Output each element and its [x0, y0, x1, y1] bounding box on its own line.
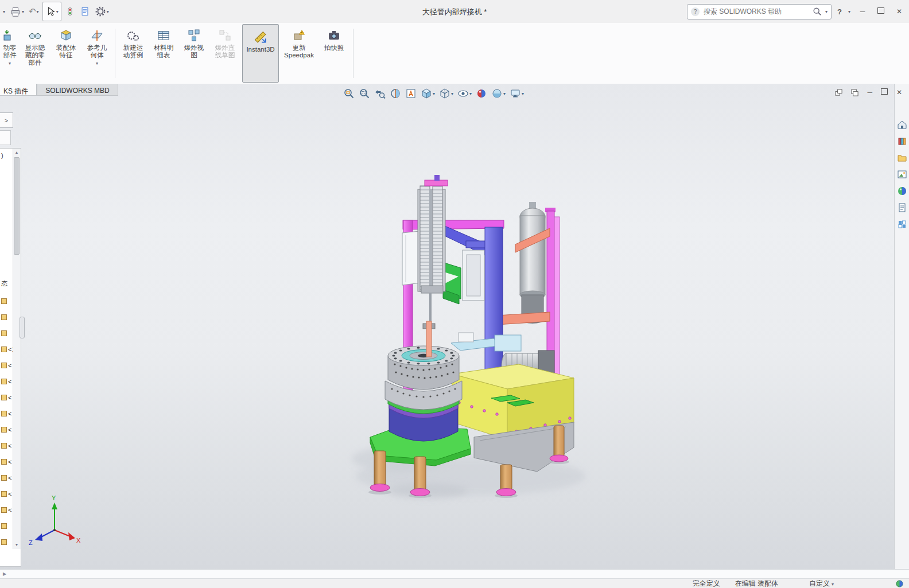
annotation-views-button[interactable] [405, 88, 417, 99]
ribbon-new-motion-study-button[interactable]: 新建运 动算例 [118, 23, 149, 84]
part-icon [1, 298, 7, 304]
print-button[interactable]: ▾ [9, 3, 25, 20]
tree-item[interactable]: < [1, 488, 11, 496]
close-button[interactable]: ✕ [893, 7, 906, 15]
rebuild-button[interactable] [64, 3, 76, 20]
panel-splitter-handle[interactable] [20, 317, 25, 338]
tree-item[interactable]: < [1, 408, 11, 416]
display-style-icon [439, 88, 450, 99]
part-icon [1, 395, 7, 400]
file-properties-button[interactable] [79, 3, 91, 20]
solidworks-resources-home-icon[interactable] [897, 119, 907, 130]
custom-properties-icon[interactable] [897, 203, 907, 213]
zoom-to-fit-icon [343, 88, 355, 99]
tree-item[interactable]: < [1, 392, 11, 400]
search-dropdown-arrow-icon[interactable]: ▾ [825, 9, 828, 14]
scroll-thumb[interactable] [14, 157, 20, 255]
ribbon-bill-of-materials-button[interactable]: 材料明 细表 [149, 23, 178, 84]
part-icon [1, 363, 7, 368]
tree-item[interactable]: < [1, 440, 11, 448]
feature-tree-expand-button[interactable]: > [0, 112, 13, 128]
help-circle-icon: ? [691, 7, 700, 16]
tab-solidworks-mbd[interactable]: SOLIDWORKS MBD [37, 84, 118, 96]
tree-item[interactable] [1, 311, 8, 320]
section-view-button[interactable] [390, 88, 401, 99]
tree-item[interactable]: < [1, 360, 11, 368]
minimize-button[interactable]: ─ [856, 7, 869, 15]
edit-appearance-button[interactable] [476, 88, 487, 99]
tree-item[interactable] [1, 520, 8, 528]
apply-scene-button[interactable]: ▾ [491, 88, 506, 99]
graphics-area[interactable]: Y X Z ▾ [0, 84, 909, 569]
linear-rails[interactable] [418, 175, 448, 329]
tree-fragment[interactable]: ) [1, 152, 3, 159]
tab-solidworks-addins[interactable]: KS 插件 [0, 84, 37, 96]
part-icon [1, 459, 7, 465]
tree-scrollbar[interactable]: ▲ ▼ [13, 149, 21, 549]
ribbon-assembly-features-button[interactable]: 装配体 特征 [50, 23, 81, 84]
zoom-to-fit-button[interactable] [343, 88, 355, 99]
appearances-scenes-icon[interactable] [897, 186, 907, 196]
window-cascade-icon[interactable] [851, 89, 858, 96]
status-globe-icon[interactable] [896, 580, 903, 587]
scroll-up-arrow-icon[interactable]: ▲ [13, 149, 20, 156]
tree-item[interactable]: < [1, 456, 11, 464]
doc-restore-button[interactable] [881, 88, 888, 96]
titlebar-right: ? ▾ ? ▾ ─ ✕ [687, 0, 906, 23]
ribbon-show-hidden-components-button[interactable]: 显示隐 藏的零 部件 [20, 23, 50, 84]
select-tool-button[interactable]: ▾ [42, 2, 61, 21]
tree-item[interactable] [1, 295, 8, 303]
tree-item[interactable]: < [1, 472, 11, 480]
help-button[interactable]: ? [837, 7, 842, 16]
view-orientation-button[interactable]: ▾ [421, 88, 435, 99]
tree-item[interactable]: < [1, 376, 11, 384]
ribbon-instant3d-button[interactable]: Instant3D [242, 24, 279, 83]
undo-button[interactable]: ↶ ▾ [28, 3, 40, 20]
commandmanager-tabrow: KS 插件 SOLIDWORKS MBD [0, 84, 118, 99]
air-tank[interactable] [520, 202, 545, 324]
orientation-triad[interactable]: Y X Z [29, 494, 81, 546]
view-settings-button[interactable]: ▾ [510, 88, 524, 99]
tree-item[interactable]: < [1, 504, 11, 512]
previous-view-icon [374, 88, 386, 99]
maximize-button[interactable] [875, 7, 887, 15]
new-dropdown-button[interactable]: ▾ [1, 3, 6, 20]
previous-view-button[interactable] [374, 88, 386, 99]
feature-tree-tab-button[interactable] [0, 130, 11, 145]
ribbon-take-snapshot-button[interactable]: 拍快照 [317, 23, 351, 84]
ribbon-move-component-button[interactable]: 动零 部件 ▾ [0, 23, 20, 84]
tree-fragment[interactable]: 态 [1, 279, 7, 288]
forum-grid-icon[interactable] [897, 219, 907, 229]
zoom-to-area-button[interactable] [359, 88, 370, 99]
help-search-box[interactable]: ? ▾ [687, 4, 832, 20]
search-input[interactable] [702, 7, 810, 16]
doc-close-button[interactable]: ✕ [896, 88, 902, 96]
help-dropdown-arrow-icon[interactable]: ▾ [848, 9, 850, 14]
scroll-down-arrow-icon[interactable]: ▼ [13, 541, 20, 548]
tree-item[interactable]: <1 [1, 344, 14, 352]
file-explorer-folder-icon[interactable] [897, 153, 907, 163]
ribbon-reference-geometry-button[interactable]: 参考几 何体 ▾ [81, 23, 112, 84]
tree-item[interactable] [1, 536, 8, 544]
model-3d[interactable]: Y X Z [0, 84, 909, 569]
options-button[interactable]: ▾ [94, 3, 110, 20]
cursor-icon [45, 6, 56, 17]
design-library-icon[interactable] [897, 136, 907, 146]
hscroll-arrow-icon[interactable]: ▶ [3, 571, 6, 577]
tree-item[interactable] [1, 328, 8, 336]
tree-item[interactable]: < [1, 424, 11, 432]
search-icon[interactable] [813, 7, 822, 16]
ribbon-exploded-view-button[interactable]: 爆炸视 图 [178, 23, 209, 84]
instant3d-icon [253, 30, 268, 45]
dropdown-arrow-icon: ▾ [37, 9, 39, 14]
doc-minimize-button[interactable]: ─ [867, 88, 872, 96]
dropdown-arrow-icon: ▾ [433, 91, 435, 96]
rotary-flange-assembly[interactable] [385, 321, 462, 441]
hide-show-items-button[interactable]: ▾ [457, 88, 472, 99]
display-style-button[interactable]: ▾ [439, 88, 453, 99]
status-custom-dropdown[interactable]: 自定义▾ [809, 579, 834, 588]
ribbon-update-speedpak-button[interactable]: 更新 Speedpak [281, 23, 317, 84]
titlebar: ▾ ▾ ↶ ▾ ▾ ▾ 大径管内部焊接机 [0, 0, 909, 23]
view-palette-icon[interactable] [897, 169, 907, 180]
window-tile-icon[interactable] [835, 89, 842, 96]
